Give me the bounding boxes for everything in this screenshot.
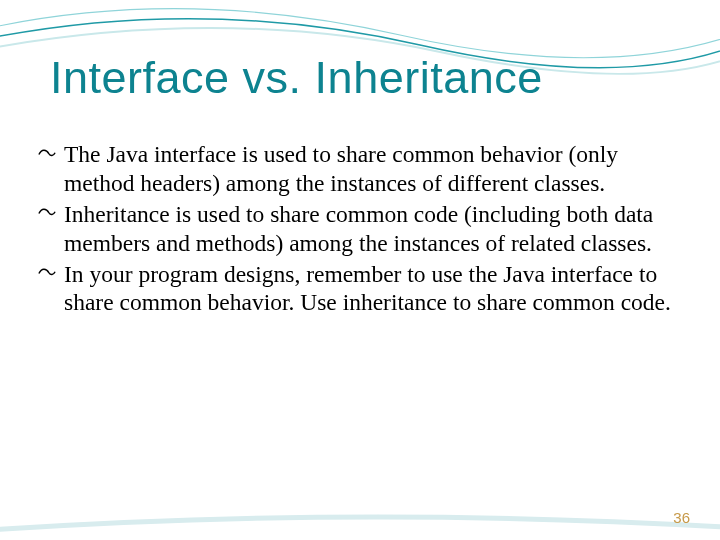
bullet-text: Inheritance is used to share common code… [64,201,653,256]
slide: Interface vs. Inheritance The Java inter… [0,0,720,540]
decorative-bottom-curve [0,500,720,540]
bullet-text: The Java interface is used to share comm… [64,141,618,196]
slide-content: The Java interface is used to share comm… [38,140,680,319]
bullet-text: In your program designs, remember to use… [64,261,671,316]
slide-title: Interface vs. Inheritance [50,52,543,104]
bullet-item: Inheritance is used to share common code… [38,200,680,258]
page-number: 36 [673,509,690,526]
bullet-item: The Java interface is used to share comm… [38,140,680,198]
bullet-item: In your program designs, remember to use… [38,260,680,318]
